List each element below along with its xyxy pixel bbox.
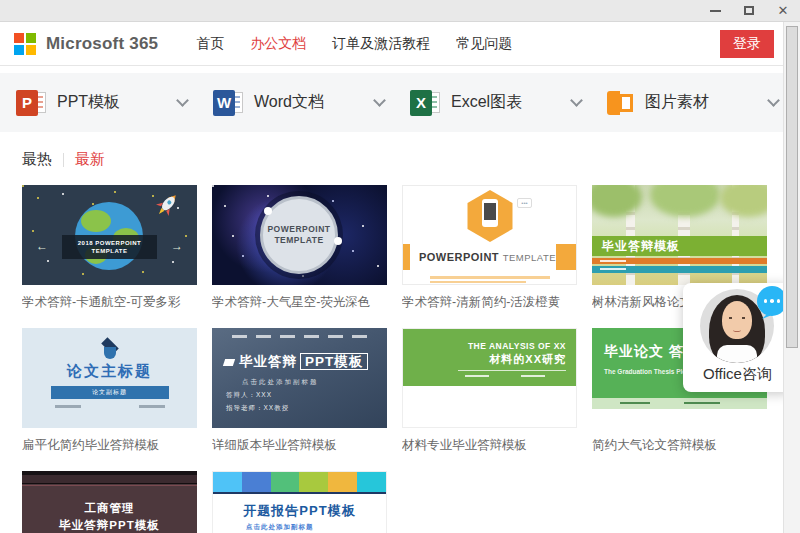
template-card[interactable]: ••• POWERPOINT TEMPLATE 学术答辩-清新简约-活泼橙黄 (402, 185, 577, 311)
window-titlebar: ✕ (0, 0, 800, 22)
rocket-icon (151, 189, 183, 221)
minimize-button[interactable] (708, 5, 722, 17)
placeholder-text-lines (55, 405, 165, 408)
avatar-smile (733, 328, 741, 332)
image-material-icon (607, 91, 634, 115)
template-caption: 扁平化简约毕业答辩模板 (22, 437, 197, 454)
maximize-button[interactable] (742, 5, 756, 17)
thumbnail-title-en: THE ANALYSIS OF XX (468, 341, 566, 351)
filter-newest[interactable]: 最新 (75, 150, 105, 169)
sort-filters: 最热 最新 (22, 150, 778, 169)
teal-band (592, 266, 767, 273)
avatar-eyes (729, 317, 745, 319)
template-card[interactable]: 论文主标题 论文副标题 扁平化简约毕业答辩模板 (22, 328, 197, 454)
thumbnail-title-row: POWERPOINT TEMPLATE (403, 244, 576, 270)
template-thumbnail: ••• POWERPOINT TEMPLATE (402, 185, 577, 285)
maximize-icon (744, 6, 754, 15)
scrollbar-thumb[interactable] (786, 26, 798, 348)
dot-decoration (264, 207, 272, 215)
template-caption: 学术答辩-清新简约-活泼橙黄 (402, 294, 577, 311)
chevron-down-icon (767, 94, 780, 107)
category-ppt[interactable]: P PPT模板 (16, 90, 213, 116)
avatar-shirt (717, 345, 757, 363)
minimize-icon (710, 10, 721, 12)
light-green-band (592, 398, 767, 409)
main-nav: 首页 办公文档 订单及激活教程 常见问题 (196, 35, 512, 53)
template-thumbnail: ← → 2018 POWERPOINT TEMPLATE (22, 185, 197, 285)
category-bar: P PPT模板 W Word文档 X Excel图表 图片素材 (0, 73, 800, 132)
template-thumbnail: 论文主标题 论文副标题 (22, 328, 197, 428)
template-grid: ← → 2018 POWERPOINT TEMPLATE (22, 185, 778, 533)
chevron-down-icon (176, 94, 189, 107)
customer-service-widget[interactable]: Office咨询 (683, 283, 792, 392)
category-excel-label: Excel图表 (451, 92, 522, 113)
template-card[interactable]: ← → 2018 POWERPOINT TEMPLATE (22, 185, 197, 311)
chevron-down-icon (570, 94, 583, 107)
template-card[interactable]: 工商管理 毕业答辩PPT模板 (22, 471, 197, 533)
category-images[interactable]: 图片素材 (607, 91, 784, 115)
chevron-down-icon (373, 94, 386, 107)
template-card[interactable]: 毕业答辩PPT模板 点击此处添加副标题 答辩人：XXX 指导老师：XX教授 详细… (212, 328, 387, 454)
app-header: Microsoft 365 首页 办公文档 订单及激活教程 常见问题 登录 (0, 22, 800, 66)
template-card[interactable]: 开题报告PPT模板 点击此处添加副标题 (212, 471, 387, 533)
stars-decoration (22, 185, 24, 187)
right-arrow-icon: → (171, 240, 183, 252)
thumbnail-title: 毕业答辩PPT模板 (224, 353, 387, 371)
thumbnail-title: 开题报告PPT模板 (213, 502, 386, 520)
orange-band (592, 258, 767, 264)
thumbnail-title-band: 毕业答辩模板 (592, 236, 767, 256)
maroon-band (22, 475, 197, 484)
template-caption: 详细版本毕业答辩模板 (212, 437, 387, 454)
nav-home[interactable]: 首页 (196, 35, 224, 53)
category-images-label: 图片素材 (645, 92, 709, 113)
vertical-scrollbar[interactable] (783, 22, 800, 533)
category-word-label: Word文档 (254, 92, 324, 113)
brand-title: Microsoft 365 (46, 34, 158, 54)
nav-faq[interactable]: 常见问题 (456, 35, 512, 53)
thumbnail-title-circle: POWERPOINT TEMPLATE (260, 196, 338, 274)
left-arrow-icon: ← (36, 240, 48, 252)
template-thumbnail: 工商管理 毕业答辩PPT模板 (22, 471, 197, 533)
category-excel[interactable]: X Excel图表 (410, 90, 607, 116)
powerpoint-icon: P (16, 90, 46, 116)
graduation-cap-icon (223, 359, 235, 366)
thumbnail-detail-line: 指导老师：XX教授 (226, 404, 387, 413)
nav-office-docs[interactable]: 办公文档 (250, 35, 306, 53)
placeholder-text-lines (430, 276, 550, 285)
leaves (720, 185, 767, 217)
word-icon: W (213, 90, 243, 116)
filter-hottest[interactable]: 最热 (22, 150, 52, 169)
navy-divider-line (213, 492, 386, 494)
thumbnail-subtitle: 点击此处添加副标题 (242, 378, 387, 387)
phone-icon (482, 199, 498, 227)
template-caption: 学术答辩-大气星空-荧光深色 (212, 294, 387, 311)
template-caption: 学术答辩-卡通航空-可爱多彩 (22, 294, 197, 311)
divider-line (458, 370, 566, 371)
chat-widget-label: Office咨询 (683, 365, 792, 384)
thumbnail-subtitle: 点击此处添加副标题 (246, 523, 386, 532)
template-thumbnail: 毕业答辩PPT模板 点击此处添加副标题 答辩人：XXX 指导老师：XX教授 (212, 328, 387, 428)
template-card[interactable]: POWERPOINT TEMPLATE 学术答辩-大气星空-荧光深色 (212, 185, 387, 311)
color-strip (213, 472, 386, 492)
thumbnail-subtitle-bar: 论文副标题 (51, 386, 169, 399)
microsoft-logo-icon (14, 33, 36, 55)
template-thumbnail: THE ANALYSIS OF XX 材料的XX研究 (402, 328, 577, 428)
template-card[interactable]: THE ANALYSIS OF XX 材料的XX研究 材料专业毕业答辩模板 (402, 328, 577, 454)
category-ppt-label: PPT模板 (57, 92, 120, 113)
main-content: 最热 最新 ← → 2018 POWERPOINT TEMPLATE (0, 132, 800, 533)
excel-icon: X (410, 90, 440, 116)
thumbnail-title: 工商管理 毕业答辩PPT模板 (22, 500, 197, 533)
nav-orders-tutorials[interactable]: 订单及激活教程 (332, 35, 430, 53)
thumbnail-detail-line: 答辩人：XXX (226, 391, 387, 400)
template-thumbnail: 毕业答辩模板 (592, 185, 767, 285)
template-caption: 材料专业毕业答辩模板 (402, 437, 577, 454)
placeholder-menu-row (212, 328, 387, 338)
avatar-face (722, 301, 752, 339)
graduation-cap-icon (95, 338, 125, 360)
placeholder-text (465, 375, 489, 377)
template-thumbnail: 开题报告PPT模板 点击此处添加副标题 (212, 471, 387, 533)
category-word[interactable]: W Word文档 (213, 90, 410, 116)
login-button[interactable]: 登录 (720, 30, 774, 58)
close-button[interactable]: ✕ (776, 5, 790, 17)
thumbnail-title-band: 2018 POWERPOINT TEMPLATE (62, 235, 157, 259)
